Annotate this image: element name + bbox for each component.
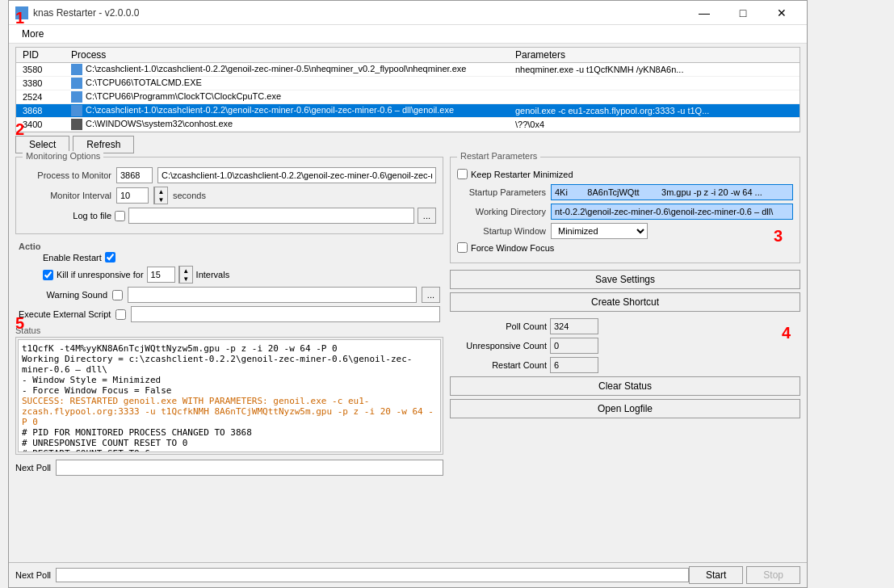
seconds-label: seconds xyxy=(173,191,206,200)
working-dir-input[interactable] xyxy=(551,204,793,220)
interval-input[interactable] xyxy=(116,187,149,204)
process-path-input[interactable] xyxy=(157,167,436,183)
force-focus-checkbox[interactable] xyxy=(457,242,468,253)
keep-minimized-checkbox[interactable] xyxy=(457,169,468,179)
restart-count-input xyxy=(550,357,598,373)
cell-pid: 3580 xyxy=(16,63,65,77)
unresponsive-label: Unresponsive Count xyxy=(450,341,547,351)
status-label: Status xyxy=(15,326,40,335)
status-line: - Force Window Focus = False xyxy=(22,385,437,396)
start-button[interactable]: Start xyxy=(689,566,743,584)
kill-spinner: ▲ ▼ xyxy=(178,266,193,284)
warning-sound-browse[interactable]: ... xyxy=(422,287,440,303)
startup-params-input[interactable] xyxy=(551,184,793,200)
table-row[interactable]: 2524 C:\TCPU66\Programm\ClockTC\ClockCpu… xyxy=(16,90,800,104)
col-params: Parameters xyxy=(509,48,800,63)
cell-params: genoil.exe -c eu1-zcash.flypool.org:3333… xyxy=(509,104,800,118)
cell-process: C:\WINDOWS\system32\conhost.exe xyxy=(65,118,509,132)
table-row[interactable]: 3580 C:\zcashclient-1.0\zcashclient-0.2.… xyxy=(16,63,800,77)
restart-params-label: Restart Parameters xyxy=(457,151,540,161)
monitoring-group: Monitoring Options Process to Monitor Mo… xyxy=(15,157,443,234)
window-controls: — □ ✕ xyxy=(686,1,800,25)
cell-process: C:\zcashclient-1.0\zcashclient-0.2.2\gen… xyxy=(65,104,509,118)
exec-script-checkbox[interactable] xyxy=(115,309,126,320)
status-line: # UNRESPONSIVE COUNT RESET TO 0 xyxy=(22,438,437,448)
clear-status-button[interactable]: Clear Status xyxy=(450,376,800,396)
menu-more[interactable]: More xyxy=(15,27,50,41)
menu-bar: More xyxy=(9,25,807,44)
cell-process: C:\TCPU66\TOTALCMD.EXE xyxy=(65,77,509,90)
log-browse-button[interactable]: ... xyxy=(418,208,436,224)
title-bar: knas Restarter - v2.0.0.0 — □ ✕ xyxy=(9,1,807,25)
status-line: Working Directory = c:\zcashclient-0.2.2… xyxy=(22,354,437,375)
kill-spinner-down[interactable]: ▼ xyxy=(179,275,192,283)
col-process: Process xyxy=(65,48,509,63)
bottom-bar: Next Poll Start Stop xyxy=(9,562,807,587)
process-pid-input[interactable] xyxy=(116,167,153,183)
cell-params xyxy=(509,90,800,104)
create-shortcut-button[interactable]: Create Shortcut xyxy=(450,292,800,312)
cell-pid: 3868 xyxy=(16,104,65,118)
window-title: knas Restarter - v2.0.0.0 xyxy=(33,7,139,19)
table-row[interactable]: 3400 C:\WINDOWS\system32\conhost.exe \??… xyxy=(16,118,800,132)
force-focus-label: Force Window Focus xyxy=(471,243,554,253)
svg-rect-0 xyxy=(17,8,27,18)
status-output: t1QcfK -t4M%yyKN8A6nTcjWQttNyzw5m.gpu -p… xyxy=(18,339,441,452)
warning-sound-input[interactable] xyxy=(128,287,417,303)
poll-count-label: Poll Count xyxy=(450,321,547,331)
log-checkbox[interactable] xyxy=(115,211,125,221)
log-label: Log to file xyxy=(23,211,111,220)
interval-spinner: ▲ ▼ xyxy=(153,187,168,204)
stop-button[interactable]: Stop xyxy=(746,566,800,584)
cell-pid: 3380 xyxy=(16,77,65,90)
working-dir-label: Working Directory xyxy=(457,207,546,216)
cell-params xyxy=(509,77,800,90)
col-pid: PID xyxy=(16,48,65,63)
cell-process: C:\TCPU66\Programm\ClockTC\ClockCpuTC.ex… xyxy=(65,90,509,104)
open-logfile-button[interactable]: Open Logfile xyxy=(450,399,800,418)
keep-minimized-label: Keep Restarter Minimized xyxy=(471,170,573,179)
maximize-button[interactable]: □ xyxy=(724,1,762,25)
cell-pid: 2524 xyxy=(16,90,65,104)
status-line: t1QcfK -t4M%yyKN8A6nTcjWQttNyzw5m.gpu -p… xyxy=(22,343,437,354)
bottom-next-poll-label: Next Poll xyxy=(15,570,51,580)
status-line: SUCCESS: RESTARTED genoil.exe WITH PARAM… xyxy=(22,396,437,427)
status-line: - Window Style = Minimized xyxy=(22,375,437,385)
kill-unresponsive-checkbox[interactable] xyxy=(43,270,53,280)
table-row[interactable]: 3380 C:\TCPU66\TOTALCMD.EXE xyxy=(16,77,800,90)
warning-sound-label: Warning Sound xyxy=(19,290,107,300)
cell-pid: 3400 xyxy=(16,118,65,132)
app-icon xyxy=(15,6,28,19)
status-line: # PID FOR MONITORED PROCESS CHANGED TO 3… xyxy=(22,427,437,438)
kill-value-input[interactable] xyxy=(147,267,175,283)
unresponsive-input xyxy=(550,338,598,354)
spinner-down[interactable]: ▼ xyxy=(154,195,167,204)
next-poll-bar xyxy=(56,460,443,476)
startup-window-select[interactable]: Minimized Normal Maximized Hidden xyxy=(551,223,648,239)
exec-script-input[interactable] xyxy=(131,306,440,322)
toolbar: Select Refresh xyxy=(15,136,800,153)
restart-count-label: Restart Count xyxy=(450,360,547,370)
enable-restart-checkbox[interactable] xyxy=(105,252,115,262)
warning-sound-checkbox[interactable] xyxy=(112,290,123,300)
save-settings-button[interactable]: Save Settings xyxy=(450,270,800,289)
cell-params: \??\0x4 xyxy=(509,118,800,132)
spinner-up[interactable]: ▲ xyxy=(154,187,167,195)
monitoring-label: Monitoring Options xyxy=(23,151,103,161)
kill-spinner-up[interactable]: ▲ xyxy=(179,267,192,275)
poll-count-input xyxy=(550,318,598,334)
restart-params-group: Restart Parameters Keep Restarter Minimi… xyxy=(450,157,800,263)
log-path-input[interactable] xyxy=(128,208,414,224)
kill-label: Kill if unresponsive for xyxy=(57,270,144,279)
startup-window-label: Startup Window xyxy=(457,226,546,236)
table-row[interactable]: 3868 C:\zcashclient-1.0\zcashclient-0.2.… xyxy=(16,104,800,118)
minimize-button[interactable]: — xyxy=(686,1,723,25)
status-section: Status t1QcfK -t4M%yyKN8A6nTcjWQttNyzw5m… xyxy=(15,326,443,455)
cell-params: nheqminer.exe -u t1QcfKNMH /yKN8A6n... xyxy=(509,63,800,77)
next-poll-label: Next Poll xyxy=(15,463,51,472)
bottom-poll-bar xyxy=(56,568,689,582)
process-table: PID Process Parameters 3580 C:\zcashclie… xyxy=(16,48,800,132)
kill-unit-label: Intervals xyxy=(196,270,230,279)
close-button[interactable]: ✕ xyxy=(763,1,800,25)
actions-label: Actio xyxy=(19,242,41,251)
